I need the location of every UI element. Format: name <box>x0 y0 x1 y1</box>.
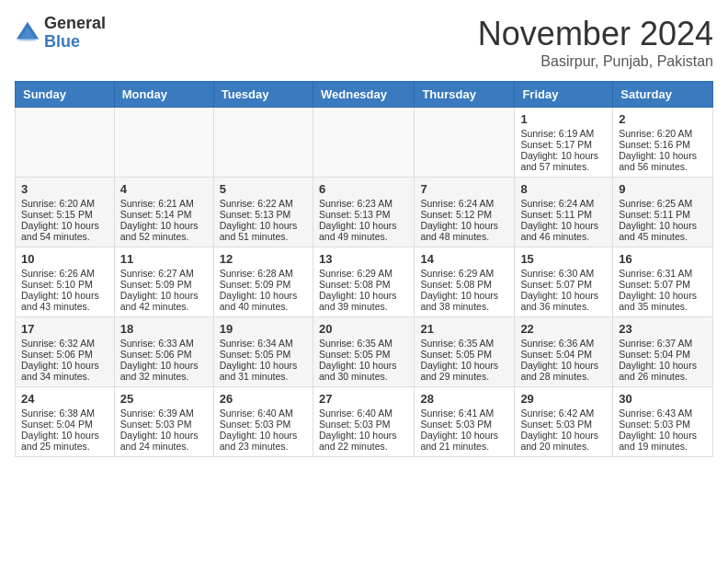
day-info: Daylight: 10 hours and 32 minutes. <box>120 360 208 382</box>
day-info: Sunrise: 6:36 AM <box>520 338 607 349</box>
day-info: Sunset: 5:03 PM <box>619 419 707 430</box>
day-number: 21 <box>420 322 508 336</box>
day-info: Daylight: 10 hours and 51 minutes. <box>220 220 307 242</box>
day-info: Sunset: 5:05 PM <box>319 349 408 360</box>
calendar-cell: 22Sunrise: 6:36 AMSunset: 5:04 PMDayligh… <box>515 317 613 387</box>
weekday-header-row: SundayMondayTuesdayWednesdayThursdayFrid… <box>16 82 713 108</box>
calendar-week-3: 10Sunrise: 6:26 AMSunset: 5:10 PMDayligh… <box>16 247 713 317</box>
day-number: 12 <box>220 252 307 266</box>
day-info: Sunset: 5:04 PM <box>520 349 607 360</box>
day-info: Daylight: 10 hours and 30 minutes. <box>319 360 408 382</box>
calendar-cell: 9Sunrise: 6:25 AMSunset: 5:11 PMDaylight… <box>613 178 713 247</box>
calendar-cell: 1Sunrise: 6:19 AMSunset: 5:17 PMDaylight… <box>515 108 613 178</box>
day-number: 18 <box>120 322 208 336</box>
calendar-cell: 20Sunrise: 6:35 AMSunset: 5:05 PMDayligh… <box>313 317 414 387</box>
day-info: Sunset: 5:03 PM <box>220 419 307 430</box>
calendar-cell: 15Sunrise: 6:30 AMSunset: 5:07 PMDayligh… <box>515 247 613 317</box>
calendar-week-1: 1Sunrise: 6:19 AMSunset: 5:17 PMDaylight… <box>16 108 713 178</box>
weekday-header-thursday: Thursday <box>415 82 515 108</box>
day-info: Sunset: 5:08 PM <box>319 279 408 290</box>
day-info: Sunset: 5:17 PM <box>520 139 607 150</box>
day-info: Daylight: 10 hours and 28 minutes. <box>520 360 607 382</box>
calendar-cell: 6Sunrise: 6:23 AMSunset: 5:13 PMDaylight… <box>313 178 414 247</box>
calendar-cell: 2Sunrise: 6:20 AMSunset: 5:16 PMDaylight… <box>613 108 713 178</box>
logo-icon <box>15 20 40 46</box>
day-info: Daylight: 10 hours and 40 minutes. <box>220 290 307 312</box>
day-info: Sunrise: 6:20 AM <box>21 198 108 209</box>
day-info: Sunset: 5:14 PM <box>120 209 208 220</box>
day-info: Sunset: 5:04 PM <box>21 419 108 430</box>
day-number: 6 <box>319 182 408 196</box>
day-number: 15 <box>520 252 607 266</box>
day-info: Sunrise: 6:29 AM <box>319 268 408 279</box>
day-info: Daylight: 10 hours and 35 minutes. <box>619 290 707 312</box>
day-info: Sunset: 5:03 PM <box>420 419 508 430</box>
day-info: Sunrise: 6:35 AM <box>319 338 408 349</box>
calendar-cell: 28Sunrise: 6:41 AMSunset: 5:03 PMDayligh… <box>415 387 515 457</box>
day-info: Sunrise: 6:43 AM <box>619 408 707 419</box>
day-info: Sunrise: 6:25 AM <box>619 198 707 209</box>
day-info: Sunset: 5:11 PM <box>520 209 607 220</box>
day-info: Sunset: 5:11 PM <box>619 209 707 220</box>
day-info: Daylight: 10 hours and 54 minutes. <box>21 220 108 242</box>
calendar-week-2: 3Sunrise: 6:20 AMSunset: 5:15 PMDaylight… <box>16 178 713 247</box>
day-info: Daylight: 10 hours and 34 minutes. <box>21 360 108 382</box>
day-info: Sunset: 5:04 PM <box>619 349 707 360</box>
day-info: Sunset: 5:03 PM <box>520 419 607 430</box>
day-info: Sunset: 5:09 PM <box>120 279 208 290</box>
day-info: Sunrise: 6:29 AM <box>420 268 508 279</box>
day-info: Daylight: 10 hours and 43 minutes. <box>21 290 108 312</box>
day-info: Sunrise: 6:24 AM <box>520 198 607 209</box>
weekday-header-sunday: Sunday <box>16 82 115 108</box>
weekday-header-wednesday: Wednesday <box>313 82 414 108</box>
day-info: Sunrise: 6:26 AM <box>21 268 108 279</box>
calendar-cell: 10Sunrise: 6:26 AMSunset: 5:10 PMDayligh… <box>16 247 115 317</box>
calendar-cell: 3Sunrise: 6:20 AMSunset: 5:15 PMDaylight… <box>16 178 115 247</box>
day-info: Daylight: 10 hours and 25 minutes. <box>21 430 108 452</box>
day-info: Daylight: 10 hours and 19 minutes. <box>619 430 707 452</box>
day-info: Daylight: 10 hours and 26 minutes. <box>619 360 707 382</box>
calendar-cell: 19Sunrise: 6:34 AMSunset: 5:05 PMDayligh… <box>213 317 313 387</box>
day-number: 28 <box>420 392 508 406</box>
month-title: November 2024 <box>478 15 713 53</box>
calendar-cell: 11Sunrise: 6:27 AMSunset: 5:09 PMDayligh… <box>114 247 213 317</box>
calendar-cell: 8Sunrise: 6:24 AMSunset: 5:11 PMDaylight… <box>515 178 613 247</box>
day-info: Sunset: 5:07 PM <box>619 279 707 290</box>
day-info: Sunrise: 6:41 AM <box>420 408 508 419</box>
day-info: Sunrise: 6:23 AM <box>319 198 408 209</box>
calendar-body: 1Sunrise: 6:19 AMSunset: 5:17 PMDaylight… <box>16 108 713 457</box>
day-info: Daylight: 10 hours and 56 minutes. <box>619 150 707 172</box>
day-info: Sunrise: 6:22 AM <box>220 198 307 209</box>
day-info: Sunrise: 6:24 AM <box>420 198 508 209</box>
day-info: Sunrise: 6:33 AM <box>120 338 208 349</box>
calendar-cell <box>213 108 313 178</box>
calendar-cell <box>114 108 213 178</box>
day-number: 30 <box>619 392 707 406</box>
calendar-cell <box>16 108 115 178</box>
calendar-cell: 14Sunrise: 6:29 AMSunset: 5:08 PMDayligh… <box>415 247 515 317</box>
day-number: 25 <box>120 392 208 406</box>
logo-blue: Blue <box>44 33 106 52</box>
day-info: Sunset: 5:07 PM <box>520 279 607 290</box>
day-number: 29 <box>520 392 607 406</box>
day-number: 26 <box>220 392 307 406</box>
day-info: Sunset: 5:15 PM <box>21 209 108 220</box>
calendar-cell: 26Sunrise: 6:40 AMSunset: 5:03 PMDayligh… <box>213 387 313 457</box>
day-number: 9 <box>619 182 707 196</box>
day-number: 20 <box>319 322 408 336</box>
day-info: Daylight: 10 hours and 52 minutes. <box>120 220 208 242</box>
weekday-header-friday: Friday <box>515 82 613 108</box>
day-number: 11 <box>120 252 208 266</box>
day-number: 16 <box>619 252 707 266</box>
day-info: Sunset: 5:13 PM <box>220 209 307 220</box>
weekday-header-tuesday: Tuesday <box>213 82 313 108</box>
calendar-table: SundayMondayTuesdayWednesdayThursdayFrid… <box>15 81 713 457</box>
day-info: Daylight: 10 hours and 42 minutes. <box>120 290 208 312</box>
day-info: Daylight: 10 hours and 29 minutes. <box>420 360 508 382</box>
day-info: Daylight: 10 hours and 48 minutes. <box>420 220 508 242</box>
day-info: Sunrise: 6:38 AM <box>21 408 108 419</box>
location-title: Basirpur, Punjab, Pakistan <box>478 53 713 70</box>
day-number: 19 <box>220 322 307 336</box>
day-info: Daylight: 10 hours and 24 minutes. <box>120 430 208 452</box>
day-number: 3 <box>21 182 108 196</box>
